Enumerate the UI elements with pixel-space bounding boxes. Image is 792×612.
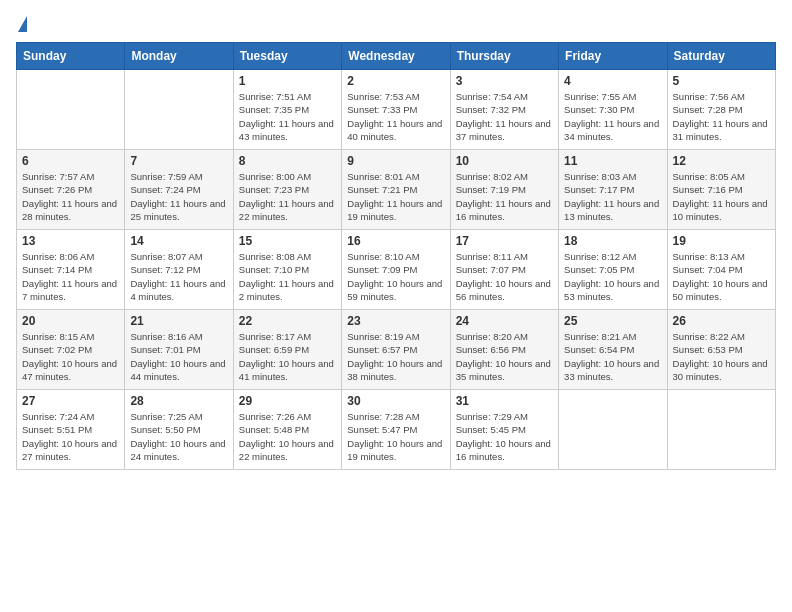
calendar-cell: 28Sunrise: 7:25 AMSunset: 5:50 PMDayligh… bbox=[125, 390, 233, 470]
calendar-cell: 11Sunrise: 8:03 AMSunset: 7:17 PMDayligh… bbox=[559, 150, 667, 230]
calendar-cell: 23Sunrise: 8:19 AMSunset: 6:57 PMDayligh… bbox=[342, 310, 450, 390]
day-info: Sunrise: 7:57 AMSunset: 7:26 PMDaylight:… bbox=[22, 170, 119, 223]
day-number: 11 bbox=[564, 154, 661, 168]
day-number: 18 bbox=[564, 234, 661, 248]
calendar-cell: 6Sunrise: 7:57 AMSunset: 7:26 PMDaylight… bbox=[17, 150, 125, 230]
day-number: 15 bbox=[239, 234, 336, 248]
day-number: 16 bbox=[347, 234, 444, 248]
weekday-header: Tuesday bbox=[233, 43, 341, 70]
calendar-cell: 16Sunrise: 8:10 AMSunset: 7:09 PMDayligh… bbox=[342, 230, 450, 310]
day-info: Sunrise: 8:20 AMSunset: 6:56 PMDaylight:… bbox=[456, 330, 553, 383]
day-info: Sunrise: 8:12 AMSunset: 7:05 PMDaylight:… bbox=[564, 250, 661, 303]
weekday-header-row: SundayMondayTuesdayWednesdayThursdayFrid… bbox=[17, 43, 776, 70]
day-info: Sunrise: 8:06 AMSunset: 7:14 PMDaylight:… bbox=[22, 250, 119, 303]
day-info: Sunrise: 8:10 AMSunset: 7:09 PMDaylight:… bbox=[347, 250, 444, 303]
day-info: Sunrise: 7:26 AMSunset: 5:48 PMDaylight:… bbox=[239, 410, 336, 463]
day-number: 30 bbox=[347, 394, 444, 408]
weekday-header: Thursday bbox=[450, 43, 558, 70]
calendar-cell: 14Sunrise: 8:07 AMSunset: 7:12 PMDayligh… bbox=[125, 230, 233, 310]
weekday-header: Monday bbox=[125, 43, 233, 70]
logo-icon bbox=[18, 16, 27, 32]
day-info: Sunrise: 8:17 AMSunset: 6:59 PMDaylight:… bbox=[239, 330, 336, 383]
calendar-cell: 30Sunrise: 7:28 AMSunset: 5:47 PMDayligh… bbox=[342, 390, 450, 470]
day-info: Sunrise: 7:28 AMSunset: 5:47 PMDaylight:… bbox=[347, 410, 444, 463]
calendar-cell: 2Sunrise: 7:53 AMSunset: 7:33 PMDaylight… bbox=[342, 70, 450, 150]
day-number: 8 bbox=[239, 154, 336, 168]
day-info: Sunrise: 7:59 AMSunset: 7:24 PMDaylight:… bbox=[130, 170, 227, 223]
calendar-cell: 3Sunrise: 7:54 AMSunset: 7:32 PMDaylight… bbox=[450, 70, 558, 150]
day-number: 17 bbox=[456, 234, 553, 248]
calendar-cell: 29Sunrise: 7:26 AMSunset: 5:48 PMDayligh… bbox=[233, 390, 341, 470]
day-number: 6 bbox=[22, 154, 119, 168]
day-info: Sunrise: 7:25 AMSunset: 5:50 PMDaylight:… bbox=[130, 410, 227, 463]
day-number: 28 bbox=[130, 394, 227, 408]
calendar-cell: 26Sunrise: 8:22 AMSunset: 6:53 PMDayligh… bbox=[667, 310, 775, 390]
calendar-cell: 1Sunrise: 7:51 AMSunset: 7:35 PMDaylight… bbox=[233, 70, 341, 150]
calendar-cell: 7Sunrise: 7:59 AMSunset: 7:24 PMDaylight… bbox=[125, 150, 233, 230]
calendar-cell: 20Sunrise: 8:15 AMSunset: 7:02 PMDayligh… bbox=[17, 310, 125, 390]
day-info: Sunrise: 8:07 AMSunset: 7:12 PMDaylight:… bbox=[130, 250, 227, 303]
day-number: 12 bbox=[673, 154, 770, 168]
day-info: Sunrise: 7:56 AMSunset: 7:28 PMDaylight:… bbox=[673, 90, 770, 143]
calendar-week-row: 6Sunrise: 7:57 AMSunset: 7:26 PMDaylight… bbox=[17, 150, 776, 230]
calendar-cell: 17Sunrise: 8:11 AMSunset: 7:07 PMDayligh… bbox=[450, 230, 558, 310]
day-number: 3 bbox=[456, 74, 553, 88]
day-info: Sunrise: 7:51 AMSunset: 7:35 PMDaylight:… bbox=[239, 90, 336, 143]
weekday-header: Wednesday bbox=[342, 43, 450, 70]
calendar-cell: 15Sunrise: 8:08 AMSunset: 7:10 PMDayligh… bbox=[233, 230, 341, 310]
day-info: Sunrise: 8:05 AMSunset: 7:16 PMDaylight:… bbox=[673, 170, 770, 223]
day-number: 5 bbox=[673, 74, 770, 88]
calendar-cell: 25Sunrise: 8:21 AMSunset: 6:54 PMDayligh… bbox=[559, 310, 667, 390]
weekday-header: Friday bbox=[559, 43, 667, 70]
calendar-cell: 9Sunrise: 8:01 AMSunset: 7:21 PMDaylight… bbox=[342, 150, 450, 230]
calendar-week-row: 1Sunrise: 7:51 AMSunset: 7:35 PMDaylight… bbox=[17, 70, 776, 150]
day-number: 20 bbox=[22, 314, 119, 328]
day-number: 19 bbox=[673, 234, 770, 248]
day-number: 29 bbox=[239, 394, 336, 408]
weekday-header: Saturday bbox=[667, 43, 775, 70]
day-number: 9 bbox=[347, 154, 444, 168]
day-info: Sunrise: 8:13 AMSunset: 7:04 PMDaylight:… bbox=[673, 250, 770, 303]
day-number: 25 bbox=[564, 314, 661, 328]
day-info: Sunrise: 8:02 AMSunset: 7:19 PMDaylight:… bbox=[456, 170, 553, 223]
calendar-cell: 12Sunrise: 8:05 AMSunset: 7:16 PMDayligh… bbox=[667, 150, 775, 230]
calendar-cell bbox=[17, 70, 125, 150]
calendar-week-row: 27Sunrise: 7:24 AMSunset: 5:51 PMDayligh… bbox=[17, 390, 776, 470]
page-header bbox=[16, 16, 776, 32]
day-number: 7 bbox=[130, 154, 227, 168]
logo bbox=[16, 16, 27, 32]
day-number: 27 bbox=[22, 394, 119, 408]
calendar-cell: 21Sunrise: 8:16 AMSunset: 7:01 PMDayligh… bbox=[125, 310, 233, 390]
calendar-cell: 13Sunrise: 8:06 AMSunset: 7:14 PMDayligh… bbox=[17, 230, 125, 310]
day-number: 4 bbox=[564, 74, 661, 88]
day-info: Sunrise: 8:01 AMSunset: 7:21 PMDaylight:… bbox=[347, 170, 444, 223]
day-info: Sunrise: 8:22 AMSunset: 6:53 PMDaylight:… bbox=[673, 330, 770, 383]
weekday-header: Sunday bbox=[17, 43, 125, 70]
calendar-cell: 19Sunrise: 8:13 AMSunset: 7:04 PMDayligh… bbox=[667, 230, 775, 310]
calendar-cell: 22Sunrise: 8:17 AMSunset: 6:59 PMDayligh… bbox=[233, 310, 341, 390]
calendar-week-row: 20Sunrise: 8:15 AMSunset: 7:02 PMDayligh… bbox=[17, 310, 776, 390]
day-info: Sunrise: 8:15 AMSunset: 7:02 PMDaylight:… bbox=[22, 330, 119, 383]
day-number: 13 bbox=[22, 234, 119, 248]
day-number: 26 bbox=[673, 314, 770, 328]
day-info: Sunrise: 7:29 AMSunset: 5:45 PMDaylight:… bbox=[456, 410, 553, 463]
day-number: 23 bbox=[347, 314, 444, 328]
day-number: 10 bbox=[456, 154, 553, 168]
day-number: 2 bbox=[347, 74, 444, 88]
day-number: 22 bbox=[239, 314, 336, 328]
day-number: 24 bbox=[456, 314, 553, 328]
calendar-week-row: 13Sunrise: 8:06 AMSunset: 7:14 PMDayligh… bbox=[17, 230, 776, 310]
day-info: Sunrise: 8:11 AMSunset: 7:07 PMDaylight:… bbox=[456, 250, 553, 303]
calendar-cell bbox=[125, 70, 233, 150]
calendar-cell: 27Sunrise: 7:24 AMSunset: 5:51 PMDayligh… bbox=[17, 390, 125, 470]
calendar-cell: 5Sunrise: 7:56 AMSunset: 7:28 PMDaylight… bbox=[667, 70, 775, 150]
day-number: 31 bbox=[456, 394, 553, 408]
day-info: Sunrise: 8:03 AMSunset: 7:17 PMDaylight:… bbox=[564, 170, 661, 223]
calendar-cell bbox=[667, 390, 775, 470]
calendar-cell bbox=[559, 390, 667, 470]
day-info: Sunrise: 8:16 AMSunset: 7:01 PMDaylight:… bbox=[130, 330, 227, 383]
day-number: 14 bbox=[130, 234, 227, 248]
day-info: Sunrise: 7:24 AMSunset: 5:51 PMDaylight:… bbox=[22, 410, 119, 463]
calendar-cell: 31Sunrise: 7:29 AMSunset: 5:45 PMDayligh… bbox=[450, 390, 558, 470]
calendar-cell: 4Sunrise: 7:55 AMSunset: 7:30 PMDaylight… bbox=[559, 70, 667, 150]
